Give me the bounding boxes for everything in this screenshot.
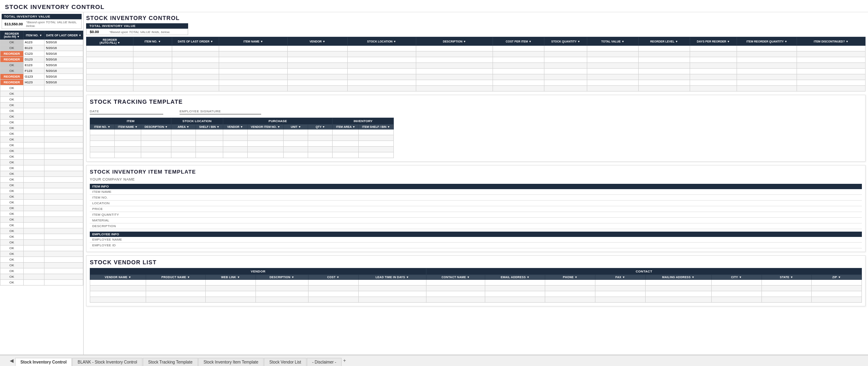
left-item-cell: [23, 280, 44, 286]
table-row: [544, 63, 587, 69]
table-row: [171, 152, 195, 158]
table-row: [172, 57, 219, 63]
table-row: [812, 297, 862, 303]
left-status-cell: OK: [0, 263, 24, 268]
left-date-cell: [44, 228, 83, 234]
table-row: [737, 63, 797, 69]
item-field-label: DESCRIPTION: [92, 224, 129, 228]
table-row: [308, 129, 333, 135]
table-row: [639, 57, 690, 63]
left-date-cell: [44, 120, 83, 125]
sheet1-total-note: *Based upon TOTAL VALUE fields, below.: [109, 30, 170, 34]
vendor-table: VENDOR CONTACT VENDOR NAME ▼ PRODUCT NAM…: [90, 268, 862, 303]
table-row: [544, 57, 587, 63]
sheet1-title: STOCK INVENTORY CONTROL: [86, 15, 866, 21]
table-row: [690, 46, 737, 51]
table-row: [333, 152, 359, 158]
left-item-cell: [23, 211, 44, 217]
table-row: [485, 291, 545, 297]
right-panel[interactable]: STOCK INVENTORY CONTROL TOTAL INVENTORY …: [84, 12, 868, 355]
left-item-cell: G123: [23, 74, 44, 80]
left-status-cell: OK: [0, 194, 24, 200]
table-row: [195, 147, 223, 152]
left-date-cell: [44, 165, 83, 171]
tab-3[interactable]: Stock Inventory Item Template: [198, 358, 264, 366]
table-row: [587, 63, 639, 69]
table-row: [90, 297, 146, 303]
th-city: CITY ▼: [711, 275, 761, 280]
table-row: [544, 69, 587, 74]
left-date-cell: [44, 148, 83, 154]
table-row: [426, 297, 485, 303]
table-row: [797, 51, 866, 57]
sheet3-title: STOCK INVENTORY ITEM TEMPLATE: [90, 169, 862, 175]
table-row: [797, 57, 866, 63]
table-row: [645, 286, 711, 291]
table-row: [284, 129, 308, 135]
table-row: [545, 286, 595, 291]
employee-field-label: EMPLOYEE ID: [92, 243, 129, 247]
table-row: [485, 280, 545, 286]
table-row: [141, 141, 171, 147]
tab-2[interactable]: Stock Tracking Template: [143, 358, 198, 366]
left-item-cell: [23, 103, 44, 108]
table-row: [141, 152, 171, 158]
table-row: [90, 135, 115, 141]
left-item-cell: [23, 263, 44, 268]
left-date-cell: [44, 240, 83, 245]
tab-5[interactable]: - Disclaimer -: [307, 358, 342, 366]
table-row: [87, 46, 133, 51]
table-row: [358, 297, 426, 303]
th-contact-group: CONTACT: [426, 268, 862, 275]
tab-0[interactable]: Stock Inventory Control: [15, 358, 72, 366]
table-row: [308, 286, 358, 291]
table-row: [737, 46, 797, 51]
left-date-cell: 5/20/16: [44, 45, 83, 51]
table-row: [115, 147, 141, 152]
table-row: [544, 80, 587, 86]
table-row: [308, 280, 358, 286]
table-row: [133, 51, 172, 57]
table-row: [141, 135, 171, 141]
table-row: [797, 63, 866, 69]
table-row: [587, 80, 639, 86]
left-item-cell: [23, 234, 44, 240]
left-status-cell: OK: [0, 97, 24, 103]
employee-sig-label: EMPLOYEE SIGNATURE: [180, 109, 221, 113]
table-row: [133, 86, 172, 92]
table-row: [219, 74, 288, 80]
sheet2-title: STOCK TRACKING TEMPLATE: [90, 98, 862, 105]
table-row: [115, 135, 141, 141]
table-row: [172, 69, 219, 74]
table-row: [287, 69, 347, 74]
left-date-cell: [44, 125, 83, 131]
left-date-cell: [44, 234, 83, 240]
table-row: [595, 297, 646, 303]
table-row: [223, 152, 247, 158]
tab-add[interactable]: +: [342, 355, 348, 366]
table-row: [587, 69, 639, 74]
table-row: [416, 51, 493, 57]
left-status-cell: OK: [0, 257, 24, 263]
tab-4[interactable]: Stock Vendor List: [264, 358, 306, 366]
th-track-item-shelf: ITEM SHELF / BIN ▼: [359, 125, 393, 129]
table-row: [812, 286, 862, 291]
table-row: [347, 74, 416, 80]
left-item-cell: [23, 274, 44, 280]
item-field-label: ITEM NO.: [92, 196, 129, 199]
table-row: [711, 286, 761, 291]
left-item-cell: [23, 143, 44, 148]
tab-scroll-left[interactable]: ◀: [8, 355, 15, 366]
th-cost: COST ▼: [308, 275, 358, 280]
table-row: [639, 86, 690, 92]
left-date-cell: 5/20/16: [44, 40, 83, 45]
tab-1[interactable]: BLANK - Stock Inventory Control: [72, 358, 142, 366]
employee-info-header: EMPLOYEE INFO: [90, 232, 862, 237]
table-row: [711, 291, 761, 297]
left-status-cell: OK: [0, 62, 24, 68]
th-track-description: DESCRIPTION ▼: [141, 125, 171, 129]
sheet-tracking-template: STOCK TRACKING TEMPLATE DATE EMPLOYEE SI…: [86, 95, 866, 162]
left-item-cell: [23, 268, 44, 274]
table-row: [761, 280, 812, 286]
table-row: [255, 291, 308, 297]
